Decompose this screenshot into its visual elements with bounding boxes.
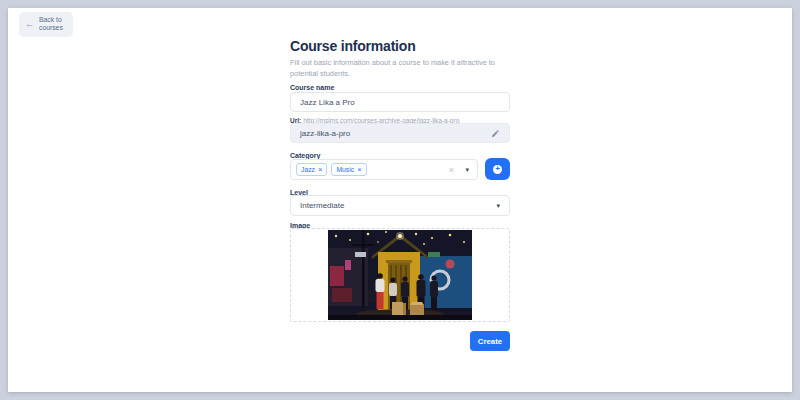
category-row: Jazz × Music × × ▾ + xyxy=(290,159,510,181)
category-chip-music[interactable]: Music × xyxy=(331,163,366,176)
url-slug-value: jazz-lika-a-pro xyxy=(300,129,350,138)
level-selected-value: Intermediate xyxy=(300,201,344,210)
chip-close-icon[interactable]: × xyxy=(357,166,361,174)
add-category-button[interactable]: + xyxy=(485,158,510,180)
course-name-input[interactable] xyxy=(290,92,510,112)
back-to-courses-button[interactable]: ← Back to courses xyxy=(19,12,73,37)
create-button[interactable]: Create xyxy=(470,331,510,351)
page-description: Fill out basic information about a cours… xyxy=(290,57,504,79)
category-chip-jazz[interactable]: Jazz × xyxy=(296,163,327,176)
course-information-form: Course information Fill out basic inform… xyxy=(290,38,510,59)
chevron-down-icon[interactable]: ▾ xyxy=(465,166,469,173)
category-label: Category xyxy=(290,152,510,159)
back-button-label: Back to courses xyxy=(39,16,65,33)
url-slug-field[interactable]: jazz-lika-a-pro xyxy=(290,123,510,143)
edit-pencil-icon[interactable] xyxy=(491,129,500,138)
content-card: ← Back to courses Course information Fil… xyxy=(8,8,792,392)
course-name-label: Course name xyxy=(290,84,510,91)
course-photo xyxy=(328,230,472,320)
chip-label: Music xyxy=(336,166,354,173)
image-upload-area[interactable] xyxy=(290,228,510,322)
category-select[interactable]: Jazz × Music × × ▾ xyxy=(290,159,478,180)
page-title: Course information xyxy=(290,38,510,54)
chip-close-icon[interactable]: × xyxy=(318,166,322,174)
level-select[interactable]: Intermediate ▾ xyxy=(290,195,510,216)
back-arrow-icon: ← xyxy=(25,20,34,29)
add-icon: + xyxy=(493,165,502,174)
chevron-down-icon: ▾ xyxy=(496,202,500,209)
clear-selection-icon[interactable]: × xyxy=(449,165,454,174)
chip-label: Jazz xyxy=(301,166,315,173)
